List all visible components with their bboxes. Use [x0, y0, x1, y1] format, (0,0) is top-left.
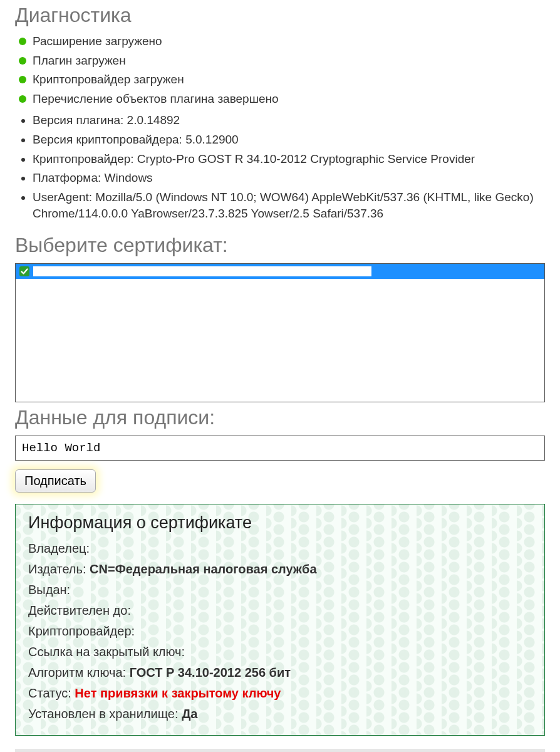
cert-csp-row: Криптопровайдер:: [28, 622, 532, 640]
info-item: UserAgent: Mozilla/5.0 (Windows NT 10.0;…: [33, 189, 545, 222]
status-ok-icon: [19, 38, 26, 45]
cert-store-row: Установлен в хранилище: Да: [28, 704, 532, 723]
status-item: Криптопровайдер загружен: [19, 71, 545, 88]
status-item: Перечисление объектов плагина завершено: [19, 91, 545, 108]
status-text: Перечисление объектов плагина завершено: [33, 92, 279, 105]
cert-privkey-label: Ссылка на закрытый ключ:: [28, 645, 185, 659]
status-item: Плагин загружен: [19, 53, 545, 70]
certificate-listbox[interactable]: [15, 263, 545, 402]
info-item: Платформа: Windows: [33, 170, 545, 187]
sign-data-heading: Данные для подписи:: [15, 406, 545, 429]
info-item: Версия плагина: 2.0.14892: [33, 112, 545, 129]
cert-privkey-row: Ссылка на закрытый ключ:: [28, 642, 532, 661]
cert-issuer-label: Издатель:: [28, 562, 86, 576]
certificate-info-panel: Информация о сертификате Владелец: Издат…: [15, 504, 545, 736]
status-text: Криптопровайдер загружен: [33, 73, 184, 86]
cert-store-value: Да: [182, 707, 197, 721]
cert-info-title: Информация о сертификате: [28, 513, 532, 533]
cert-issuer-value: CN=Федеральная налоговая служба: [90, 562, 316, 576]
cert-issuer-row: Издатель: CN=Федеральная налоговая служб…: [28, 560, 532, 578]
cert-algo-row: Алгоритм ключа: ГОСТ Р 34.10-2012 256 би…: [28, 663, 532, 682]
status-ok-icon: [19, 76, 26, 83]
cert-valid-label: Действителен до:: [28, 603, 131, 617]
cert-valid-row: Действителен до:: [28, 601, 532, 620]
cert-issued-row: Выдан:: [28, 580, 532, 599]
sign-button[interactable]: Подписать: [15, 469, 96, 493]
diagnostics-heading: Диагностика: [15, 4, 545, 27]
status-ok-icon: [19, 95, 26, 103]
status-text: Плагин загружен: [33, 54, 126, 67]
checkmark-icon: [19, 266, 29, 276]
cert-store-label: Установлен в хранилище:: [28, 707, 179, 721]
status-ok-icon: [19, 57, 26, 65]
cert-status-value: Нет привязки к закрытому ключу: [75, 686, 281, 700]
select-cert-heading: Выберите сертификат:: [15, 234, 545, 257]
cert-status-label: Статус:: [28, 686, 71, 700]
cert-algo-label: Алгоритм ключа:: [28, 666, 126, 679]
cert-owner-label: Владелец:: [28, 541, 90, 555]
certificate-option-selected[interactable]: [16, 264, 544, 279]
cert-issued-label: Выдан:: [28, 583, 70, 597]
cert-algo-value: ГОСТ Р 34.10-2012 256 бит: [130, 666, 291, 679]
diagnostics-status-list: Расширение загружено Плагин загружен Кри…: [15, 33, 545, 107]
sign-data-input[interactable]: [15, 436, 545, 461]
certificate-name-redacted: [33, 266, 371, 276]
cert-csp-label: Криптопровайдер:: [28, 624, 135, 638]
diagnostics-info-list: Версия плагина: 2.0.14892 Версия криптоп…: [15, 112, 545, 222]
status-text: Расширение загружено: [33, 34, 162, 48]
info-item: Криптопровайдер: Crypto-Pro GOST R 34.10…: [33, 151, 545, 168]
info-item: Версия криптопровайдера: 5.0.12900: [33, 132, 545, 149]
cert-owner-row: Владелец:: [28, 539, 532, 558]
footer-separator: [15, 749, 545, 752]
status-item: Расширение загружено: [19, 33, 545, 50]
svg-rect-0: [19, 266, 29, 276]
cert-status-row: Статус: Нет привязки к закрытому ключу: [28, 684, 532, 702]
